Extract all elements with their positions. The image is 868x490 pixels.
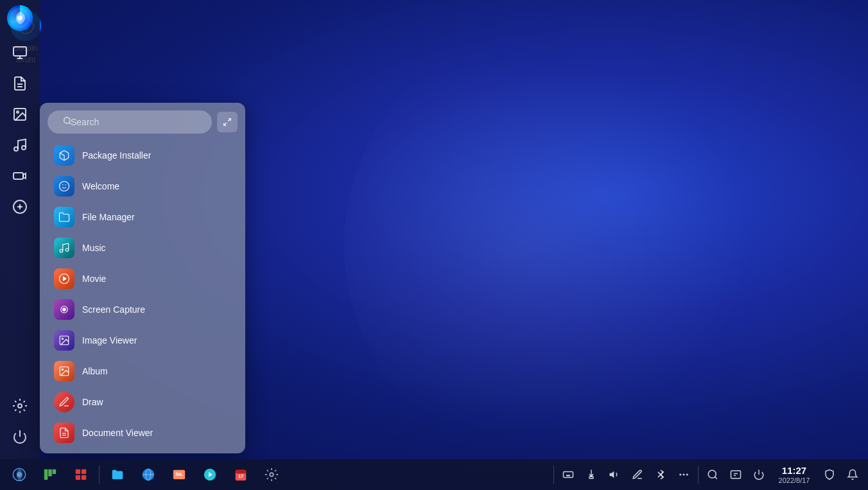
taskbar-album[interactable] (165, 460, 193, 489)
launcher-sidebar (0, 0, 40, 461)
svg-point-2 (17, 15, 22, 21)
svg-rect-69 (589, 477, 593, 478)
tray-volume[interactable] (604, 464, 625, 485)
menu-item-screen-capture[interactable]: Screen Capture (44, 294, 241, 325)
taskbar-launcher[interactable] (5, 460, 33, 489)
svg-point-9 (22, 146, 26, 150)
svg-line-75 (715, 477, 716, 478)
menu-item-label-image-viewer: Image Viewer (82, 335, 137, 346)
sidebar-item-monitor[interactable] (6, 39, 34, 67)
menu-item-music[interactable]: Music (44, 232, 241, 263)
menu-item-icon-package-installer (54, 145, 74, 166)
menu-list: Package InstallerWelcomeFile ManagerMusi… (40, 140, 245, 448)
menu-item-album[interactable]: Album (44, 356, 241, 387)
menu-item-image-viewer[interactable]: Image Viewer (44, 325, 241, 356)
svg-point-22 (60, 182, 69, 191)
svg-point-30 (63, 308, 66, 311)
svg-rect-51 (76, 475, 80, 480)
menu-item-movie[interactable]: Movie (44, 263, 241, 294)
svg-point-73 (686, 474, 688, 476)
svg-rect-3 (13, 47, 26, 56)
taskbar-kanban[interactable] (36, 460, 64, 489)
taskbar-music[interactable] (196, 460, 224, 489)
menu-item-label-document-viewer: Document Viewer (82, 428, 153, 438)
taskbar-file-manager[interactable] (103, 460, 132, 489)
svg-point-71 (679, 474, 681, 476)
svg-point-72 (683, 474, 685, 476)
menu-item-label-music: Music (82, 243, 106, 253)
tray-ime[interactable] (725, 464, 746, 485)
app-menu: Package InstallerWelcomeFile ManagerMusi… (40, 103, 245, 453)
svg-rect-52 (82, 475, 86, 480)
menu-item-file-manager[interactable]: File Manager (44, 202, 241, 232)
tray-power[interactable] (749, 464, 769, 485)
tray-more[interactable] (673, 464, 694, 485)
sidebar-item-store[interactable] (6, 193, 34, 221)
menu-item-icon-document-viewer (54, 423, 74, 443)
svg-rect-76 (731, 471, 741, 478)
sidebar-item-power[interactable] (6, 423, 34, 451)
svg-rect-63 (564, 472, 573, 478)
expand-button[interactable] (217, 112, 238, 132)
svg-marker-11 (23, 173, 26, 179)
menu-item-icon-screen-capture (54, 299, 74, 320)
svg-rect-49 (76, 469, 80, 474)
tray-bluetooth[interactable] (650, 464, 671, 485)
menu-item-label-album: Album (82, 366, 108, 376)
tray-usb[interactable] (581, 464, 602, 485)
taskbar-settings[interactable] (257, 460, 286, 489)
menu-item-label-screen-capture: Screen Capture (82, 304, 145, 315)
svg-point-62 (270, 473, 273, 477)
menu-item-icon-image-viewer (54, 330, 74, 351)
clock-time: 11:27 (782, 465, 806, 477)
taskbar-divider-2 (553, 466, 554, 484)
svg-point-15 (18, 404, 22, 408)
menu-item-document-viewer[interactable]: Document Viewer (44, 417, 241, 448)
svg-point-7 (17, 111, 19, 113)
svg-point-32 (62, 338, 63, 339)
svg-point-34 (62, 369, 63, 370)
svg-line-21 (60, 153, 64, 155)
menu-item-icon-draw (54, 392, 74, 412)
svg-line-20 (224, 123, 227, 125)
sidebar-item-image[interactable] (6, 100, 34, 128)
clock-date: 2022/8/17 (779, 477, 810, 484)
sidebar-item-music[interactable] (6, 131, 34, 159)
taskbar-divider-1 (99, 466, 100, 484)
taskbar-calendar[interactable]: 17 (227, 460, 255, 489)
taskbar-app3[interactable] (67, 460, 95, 489)
svg-text:17: 17 (238, 473, 243, 479)
svg-point-74 (708, 470, 716, 478)
svg-rect-46 (44, 469, 48, 480)
menu-item-label-welcome: Welcome (82, 181, 119, 191)
clock[interactable]: 11:27 2022/8/17 (772, 465, 817, 484)
menu-item-icon-album (54, 361, 74, 381)
svg-point-25 (60, 249, 63, 252)
taskbar-browser[interactable] (134, 460, 162, 489)
menu-item-welcome[interactable]: Welcome (44, 171, 241, 202)
taskbar-divider-3 (698, 466, 699, 484)
sidebar-logo[interactable] (7, 5, 33, 31)
svg-marker-28 (64, 277, 67, 281)
svg-marker-70 (610, 471, 614, 478)
search-input[interactable] (48, 110, 212, 134)
svg-rect-48 (53, 469, 56, 474)
menu-item-label-file-manager: File Manager (82, 212, 135, 222)
sidebar-item-settings[interactable] (6, 392, 34, 420)
menu-item-label-draw: Draw (82, 397, 103, 407)
menu-item-label-package-installer: Package Installer (82, 150, 151, 161)
search-input-wrap (48, 110, 212, 134)
tray-search[interactable] (702, 464, 723, 485)
menu-search-row (40, 110, 245, 140)
menu-item-package-installer[interactable]: Package Installer (44, 140, 241, 171)
taskbar: 17 11:27 2022/8/17 (0, 459, 868, 490)
tray-shield[interactable] (819, 464, 840, 485)
menu-item-draw[interactable]: Draw (44, 387, 241, 417)
tray-pen[interactable] (627, 464, 648, 485)
tray-notification[interactable] (842, 464, 863, 485)
menu-item-icon-welcome (54, 176, 74, 197)
sidebar-item-file[interactable] (6, 69, 34, 98)
tray-keyboard[interactable] (558, 464, 578, 485)
sidebar-item-video[interactable] (6, 162, 34, 190)
svg-rect-47 (48, 469, 52, 477)
